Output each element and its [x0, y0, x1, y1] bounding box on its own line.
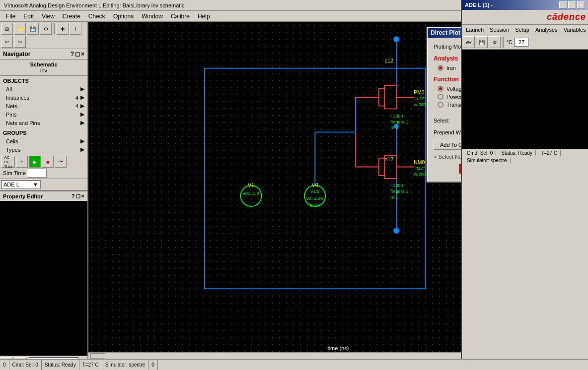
- svg-text:fingers:1: fingers:1: [390, 120, 408, 124]
- power-radio-input[interactable]: [438, 94, 443, 100]
- menu-calibre[interactable]: Calibre: [167, 12, 194, 21]
- global-status-bar: 0 Cmd: Sel: 0 Status: Ready T=27 C Simul…: [0, 359, 588, 370]
- menu-help[interactable]: Help: [194, 12, 214, 21]
- svg-text:n12: n12: [385, 156, 394, 162]
- menu-file[interactable]: File: [2, 12, 19, 21]
- pe-float-icon[interactable]: ◻: [76, 193, 80, 199]
- toolbar-btn-3[interactable]: 💾: [27, 23, 39, 35]
- ade-minimize-btn[interactable]: _: [559, 1, 567, 8]
- scroll-thumb-h[interactable]: [90, 353, 105, 359]
- svg-point-7: [393, 36, 399, 42]
- nav-item-instances-count: 4: [75, 95, 78, 101]
- ade-tb-2[interactable]: 💾: [476, 36, 488, 48]
- toolbar-btn-1[interactable]: ⊞: [1, 23, 13, 35]
- sim-btn-wave[interactable]: 〜: [55, 156, 67, 168]
- toolbar-btn-4[interactable]: ⚙: [40, 23, 52, 35]
- svg-rect-1: [385, 86, 396, 109]
- nav-float-icon[interactable]: ◻: [75, 51, 80, 58]
- global-status-temp: T=27 C: [79, 360, 102, 370]
- ade-menu-variables[interactable]: Variables: [562, 26, 588, 34]
- ade-window: ADE L (1) - _ □ × cādence Launch Session…: [461, 0, 588, 370]
- svg-text:PM0: PM0: [414, 89, 425, 95]
- menu-window[interactable]: Window: [138, 12, 167, 21]
- redo-btn[interactable]: ↪: [14, 36, 26, 48]
- ade-maximize-btn[interactable]: □: [568, 1, 576, 8]
- nav-item-nets-and-pins[interactable]: Nets and Pins ▶: [0, 119, 87, 127]
- left-panel: ⊞ 📁 💾 ⚙ ✚ T ↩ ↪ Navigator ? ◻ × Schemati…: [0, 22, 88, 370]
- ade-menu-setup[interactable]: Setup: [513, 26, 531, 34]
- nav-arrow-all: ▶: [80, 86, 84, 92]
- pe-help-icon[interactable]: ?: [72, 193, 75, 199]
- undo-btn[interactable]: ↩: [1, 36, 13, 48]
- ade-close-btn[interactable]: ×: [577, 1, 585, 8]
- svg-text:l:130n: l:130n: [390, 183, 403, 188]
- toolbar-btn-6[interactable]: T: [70, 23, 81, 35]
- nav-item-nets-label: Nets: [6, 103, 17, 109]
- tran-radio-input[interactable]: [438, 65, 443, 71]
- ade-window-controls[interactable]: _ □ ×: [559, 1, 585, 8]
- toolbar-btn-2[interactable]: 📁: [14, 23, 26, 35]
- nav-item-cells[interactable]: Cells ▶: [0, 137, 87, 145]
- nav-close-icon[interactable]: ×: [81, 51, 84, 58]
- ade-status-bar: Cmd: Sel: 0 Status: Ready T=27 C Simulat…: [462, 149, 588, 164]
- nav-item-all[interactable]: All ▶: [0, 85, 87, 93]
- nav-arrow-instances: ▶: [80, 94, 84, 101]
- svg-text:m:1: m:1: [390, 195, 398, 200]
- transient-noise-radio-input[interactable]: [438, 102, 443, 108]
- nav-help-icon[interactable]: ?: [71, 51, 74, 58]
- nav-arrow-types: ▶: [80, 146, 84, 153]
- nav-item-pins[interactable]: Pins ▶: [0, 110, 87, 119]
- nav-item-instances[interactable]: Instances 4 ▶: [0, 93, 87, 102]
- ade-tb-3[interactable]: ⚙: [489, 36, 501, 48]
- nav-item-types-label: Types: [6, 147, 20, 153]
- select-label: Select: [434, 118, 463, 123]
- svg-text:v1:0: v1:0: [310, 189, 319, 194]
- toolbar-btn-5[interactable]: ✚: [57, 23, 69, 35]
- nav-arrow-netsandpins: ▶: [80, 120, 84, 126]
- ade-dropdown[interactable]: ADE L ▼: [1, 180, 41, 189]
- sim-btn-run[interactable]: ▶: [29, 156, 41, 168]
- menu-view[interactable]: View: [38, 12, 59, 21]
- nav-item-cells-label: Cells: [6, 138, 18, 144]
- nav-item-types[interactable]: Types ▶: [0, 145, 87, 154]
- status-simulator: Simulator: spectre: [464, 158, 511, 163]
- sim-btn-netlist[interactable]: ≡: [16, 156, 28, 168]
- property-editor-icons[interactable]: ? ◻ ×: [72, 193, 84, 199]
- ade-temp-input[interactable]: 27: [514, 38, 529, 47]
- sim-btn-ac[interactable]: ACDCTran: [1, 156, 15, 168]
- sim-time-label: Sim Time: [3, 170, 26, 176]
- schematic-toolbar: ⊞ 📁 💾 ⚙ ✚ T ↩ ↪: [0, 22, 87, 49]
- nav-arrow-pins: ▶: [80, 111, 84, 118]
- sim-time-input[interactable]: [27, 169, 47, 178]
- property-editor-canvas: [0, 201, 87, 356]
- svg-point-18: [240, 185, 261, 206]
- nav-item-nets[interactable]: Nets 4 ▶: [0, 102, 87, 110]
- menu-create[interactable]: Create: [59, 12, 84, 21]
- sim-btn-stop[interactable]: ■: [42, 156, 54, 168]
- ade-tb-1[interactable]: 🗁: [463, 36, 475, 48]
- svg-point-15: [393, 228, 399, 234]
- global-status-cmd: Cmd: Sel: 0: [9, 360, 42, 370]
- menu-check[interactable]: Check: [84, 12, 109, 21]
- menu-options[interactable]: Options: [109, 12, 138, 21]
- global-status-2: 0: [0, 360, 9, 370]
- svg-text:"p.12": "p.12": [414, 96, 426, 101]
- schematic-name: inv: [2, 67, 85, 73]
- status-cmd: Cmd: Sel: 0: [464, 150, 496, 156]
- ade-canvas: [462, 50, 588, 149]
- schematic-info: Schematic inv: [0, 60, 87, 76]
- ade-menu-launch[interactable]: Launch: [464, 26, 486, 34]
- nav-item-all-label: All: [6, 86, 12, 92]
- navigator-icons[interactable]: ? ◻ ×: [71, 51, 84, 58]
- window-title: Virtuoso® Analog Design Environment L Ed…: [4, 2, 184, 8]
- ade-menu-analyses[interactable]: Analyses: [533, 26, 560, 34]
- svg-text:l:130n: l:130n: [390, 114, 403, 119]
- svg-text:p12: p12: [385, 58, 394, 63]
- voltage-radio-input[interactable]: [438, 86, 443, 92]
- ade-menu-session[interactable]: Session: [488, 26, 511, 34]
- svg-text:fingers:1: fingers:1: [390, 189, 408, 194]
- menu-edit[interactable]: Edit: [19, 12, 38, 21]
- pe-close-icon[interactable]: ×: [81, 193, 84, 199]
- nav-item-nets-count: 4: [75, 103, 78, 109]
- property-editor-label: Property Editor: [3, 193, 43, 199]
